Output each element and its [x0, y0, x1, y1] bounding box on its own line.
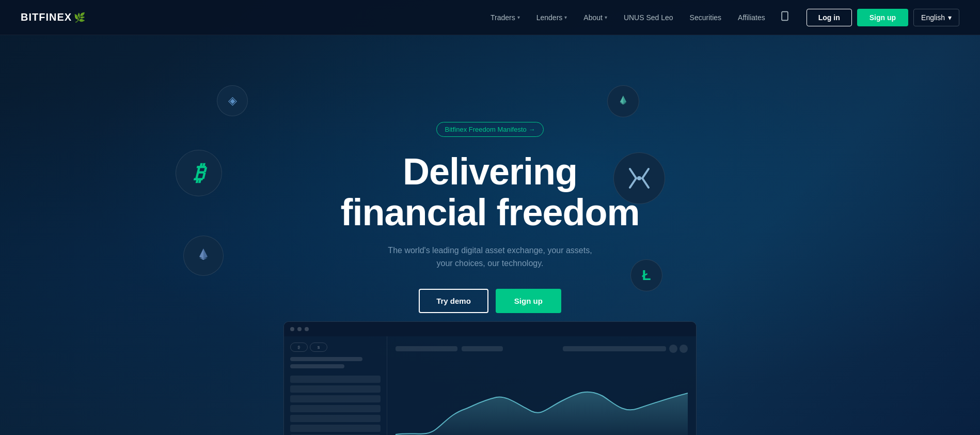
hero-buttons: Try demo Sign up [340, 289, 639, 313]
dashboard-top-bars [396, 345, 688, 353]
svg-marker-3 [203, 248, 208, 259]
manifesto-badge-text: Bitfinex Freedom Manifesto → [445, 126, 535, 133]
btc-tab[interactable]: ₿ [290, 343, 308, 352]
chevron-down-icon: ▾ [517, 14, 520, 20]
titlebar-dot-2 [297, 327, 302, 331]
hero-subtitle: The world's leading digital asset exchan… [382, 244, 598, 270]
ltc-symbol-icon: Ł [642, 267, 651, 284]
dash-top-bar [563, 346, 666, 351]
try-demo-button[interactable]: Try demo [419, 289, 488, 313]
hero-title-line2: financial freedom [340, 192, 639, 233]
dashboard-tabs: ₿ $ [290, 343, 381, 352]
dashboard-left-panel: ₿ $ [284, 336, 387, 435]
dashboard-right-panel [387, 336, 696, 435]
svg-marker-6 [620, 96, 623, 104]
nav-item-traders[interactable]: Traders ▾ [484, 9, 526, 26]
ethereum2-icon [616, 94, 630, 108]
coin-icon-eth2 [607, 85, 639, 117]
dash-table-row [290, 415, 381, 422]
manifesto-badge[interactable]: Bitfinex Freedom Manifesto → [436, 122, 544, 137]
coin-icon-diamond: ◈ [217, 85, 248, 116]
login-button[interactable]: Log in [807, 9, 852, 26]
dashboard-titlebar [284, 322, 696, 336]
nav-item-about[interactable]: About ▾ [577, 9, 613, 26]
nav-links: Traders ▾ Lenders ▾ About ▾ UNUS Sed Leo… [484, 7, 794, 28]
dash-table-row [290, 385, 381, 393]
dash-top-bar [462, 346, 503, 351]
svg-marker-7 [623, 96, 626, 104]
svg-line-11 [642, 169, 649, 178]
svg-rect-0 [782, 12, 788, 21]
dash-bar-1 [290, 357, 362, 361]
nav-item-lenders[interactable]: Lenders ▾ [530, 9, 574, 26]
dash-top-bar [396, 346, 457, 351]
navbar: BITFINEX 🌿 Traders ▾ Lenders ▾ About ▾ U… [0, 0, 980, 35]
logo-text: BITFINEX [21, 11, 72, 23]
usd-tab[interactable]: $ [310, 343, 327, 352]
hero-title: Delivering financial freedom [340, 151, 639, 233]
dash-bar-2 [290, 364, 344, 368]
titlebar-dot-1 [290, 327, 294, 331]
coin-icon-btc: ₿ [176, 150, 222, 196]
dash-control-btn[interactable] [679, 345, 688, 353]
signup-hero-button[interactable]: Sign up [496, 289, 561, 313]
nav-item-unus[interactable]: UNUS Sed Leo [618, 9, 679, 26]
language-label: English [921, 13, 945, 22]
logo[interactable]: BITFINEX 🌿 [21, 11, 85, 23]
ethereum-icon [194, 246, 213, 265]
hero-section: ◈ ₿ Ł Bitfinex [0, 0, 980, 435]
dash-table-row [290, 376, 381, 383]
chevron-down-icon: ▾ [564, 14, 567, 20]
titlebar-dot-3 [305, 327, 309, 331]
language-button[interactable]: English ▾ [913, 9, 959, 26]
mobile-icon[interactable] [776, 7, 794, 28]
coin-icon-eth [183, 236, 224, 276]
dashboard-body: ₿ $ [284, 336, 696, 435]
nav-item-securities[interactable]: Securities [684, 9, 728, 26]
logo-leaf-icon: 🌿 [74, 12, 85, 23]
nav-actions: Log in Sign up English ▾ [807, 9, 959, 26]
dash-control-btn[interactable] [669, 345, 677, 353]
btc-symbol-icon: ₿ [194, 161, 204, 185]
svg-marker-2 [199, 248, 203, 259]
chevron-down-icon: ▾ [948, 13, 952, 22]
diamond-symbol-icon: ◈ [228, 94, 237, 107]
hero-content: Bitfinex Freedom Manifesto → Delivering … [340, 122, 639, 313]
dashboard-mockup: ₿ $ [283, 321, 697, 435]
chart-area [396, 372, 688, 435]
price-chart [396, 372, 688, 435]
hero-title-line1: Delivering [403, 151, 577, 192]
chevron-down-icon: ▾ [605, 14, 607, 20]
svg-line-13 [642, 178, 649, 188]
dash-table-row [290, 425, 381, 432]
nav-item-affiliates[interactable]: Affiliates [732, 9, 771, 26]
dash-table-row [290, 405, 381, 412]
signup-nav-button[interactable]: Sign up [857, 9, 908, 26]
dash-table-row [290, 395, 381, 402]
